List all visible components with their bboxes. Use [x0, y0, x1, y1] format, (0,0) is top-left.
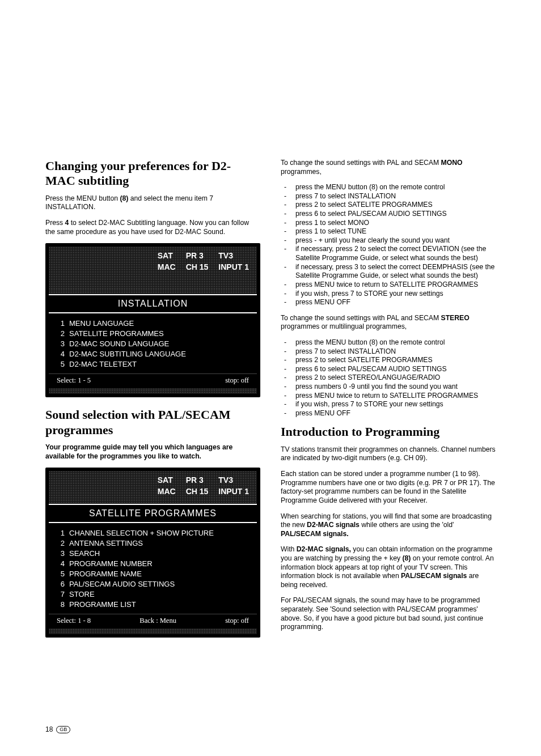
hdr-mac: MAC — [158, 262, 176, 271]
osd-satellite-programmes: SAT PR 3 TV3 MAC CH 15 INPUT 1 SATELLITE… — [45, 468, 260, 638]
osd-header-grid: SAT PR 3 TV3 MAC CH 15 INPUT 1 — [158, 251, 249, 271]
row-text: PROGRAMME LIST — [69, 600, 136, 609]
list-item: press 2 to select SATELITE PROGRAMMES — [281, 356, 496, 365]
text-bold: PAL/SECAM signals — [401, 572, 467, 580]
list-item: press MENU twice to return to SATELLITE … — [281, 281, 496, 290]
list-stereo-steps: press the MENU button (8) on the remote … — [281, 338, 496, 418]
osd-stipple-strip — [49, 388, 257, 394]
hdr-ch: CH 15 — [186, 487, 209, 496]
text-bold: (8) — [120, 194, 128, 202]
list-item: press 7 to select INSTALLATION — [281, 192, 496, 201]
osd-stipple-header: SAT PR 3 TV3 MAC CH 15 INPUT 1 — [49, 471, 257, 504]
hdr-sat: SAT — [158, 475, 176, 485]
hdr-tv3: TV3 — [218, 475, 249, 485]
list-item: if necessary, press 2 to select the corr… — [281, 245, 496, 262]
row-text: SEARCH — [69, 549, 100, 558]
osd-menu-row: 2SATELLITE PROGRAMMES — [57, 329, 249, 338]
row-text: ANTENNA SETTINGS — [69, 539, 143, 547]
text-seg: programmes, — [281, 168, 322, 176]
osd-stipple-header: SAT PR 3 TV3 MAC CH 15 INPUT 1 — [49, 247, 257, 288]
list-item: press 7 to select INSTALLATION — [281, 347, 496, 356]
row-text: D2-MAC SUBTITLING LANGUAGE — [69, 350, 186, 358]
list-item: press 6 to select PAL/SECAM AUDIO SETTIN… — [281, 365, 496, 374]
foot-left: Select: 1 - 8 — [57, 617, 91, 625]
hdr-tv3: TV3 — [218, 251, 249, 260]
row-num: 5 — [57, 570, 65, 578]
para-subtitling-1: Press the MENU button (8) and select the… — [45, 194, 260, 212]
osd-installation: SAT PR 3 TV3 MAC CH 15 INPUT 1 INSTALLAT… — [45, 243, 260, 397]
foot-mid: Back : Menu — [91, 617, 225, 625]
row-num: 7 — [57, 590, 65, 598]
osd-menu-row: 2ANTENNA SETTINGS — [57, 539, 249, 547]
row-num: 3 — [57, 549, 65, 558]
list-item: press 6 to select PAL/SECAM AUDIO SETTIN… — [281, 210, 496, 219]
para-subtitling-2: Press 4 to select D2-MAC Subtitling lang… — [45, 219, 260, 236]
row-num: 8 — [57, 600, 65, 609]
text-seg: while others are using the 'old' — [360, 521, 454, 529]
foot-mid — [91, 376, 225, 385]
osd-menu-row: 5PROGRAMME NAME — [57, 570, 249, 578]
list-item: if necessary, press 3 to select the corr… — [281, 263, 496, 281]
text-bold: STEREO — [441, 314, 470, 322]
osd-menu-row: 1CHANNEL SELECTION + SHOW PICTURE — [57, 529, 249, 537]
hdr-pr: PR 3 — [186, 475, 209, 485]
osd-header-grid: SAT PR 3 TV3 MAC CH 15 INPUT 1 — [158, 475, 249, 496]
foot-right: stop: off — [225, 617, 249, 625]
list-item: press MENU OFF — [281, 409, 496, 418]
para-programme-guide: Your programme guide may tell you which … — [45, 443, 260, 461]
osd-menu-row: 4D2-MAC SUBTITLING LANGUAGE — [57, 350, 249, 358]
foot-left: Select: 1 - 5 — [57, 376, 91, 385]
osd-foot: Select: 1 - 5 stop: off — [49, 373, 257, 388]
text-bold: D2-MAC signals — [307, 521, 360, 529]
heading-sound-selection: Sound selection with PAL/SECAM programme… — [45, 407, 260, 438]
text-seg: Press — [45, 219, 65, 227]
row-text: PROGRAMME NUMBER — [69, 559, 153, 568]
list-item: press the MENU button (8) on the remote … — [281, 338, 496, 347]
list-item: press 2 to select STEREO/LANGUAGE/RADIO — [281, 373, 496, 383]
row-num: 6 — [57, 580, 65, 588]
row-text: D2-MAC SOUND LANGUAGE — [69, 339, 169, 348]
heading-d2mac-subtitling: Changing your preferences for D2-MAC sub… — [45, 159, 260, 189]
osd-menu-row: 1MENU LANGUAGE — [57, 319, 249, 328]
list-item: press MENU twice to return to SATELLITE … — [281, 392, 496, 401]
text-seg: Press the MENU button — [45, 194, 120, 202]
row-num: 1 — [57, 319, 65, 328]
osd-menu-row: 7STORE — [57, 590, 249, 598]
para-mono-lead: To change the sound settings with PAL an… — [281, 159, 496, 176]
osd-menu-row: 5D2-MAC TELETEXT — [57, 360, 249, 368]
row-num: 4 — [57, 350, 65, 358]
gb-badge: GB — [56, 726, 70, 733]
row-num: 4 — [57, 559, 65, 568]
osd-menu-row: 3D2-MAC SOUND LANGUAGE — [57, 339, 249, 348]
osd-title-installation: INSTALLATION — [49, 294, 257, 313]
foot-right: stop: off — [225, 376, 249, 385]
text-seg: to select D2-MAC Subtitling language. No… — [45, 219, 249, 236]
osd-menu-row: 8PROGRAMME LIST — [57, 600, 249, 609]
list-item: press 1 to select TUNE — [281, 227, 496, 236]
hdr-mac: MAC — [158, 487, 176, 496]
row-num: 2 — [57, 329, 65, 338]
row-num: 3 — [57, 339, 65, 348]
osd-menu-body: 1CHANNEL SELECTION + SHOW PICTURE 2ANTEN… — [49, 523, 257, 614]
hdr-ch: CH 15 — [186, 262, 209, 271]
text-seg: With — [281, 545, 297, 553]
hdr-sat: SAT — [158, 251, 176, 260]
list-item: press 2 to select SATELITE PROGRAMMES — [281, 201, 496, 210]
list-item: press the MENU button (8) on the remote … — [281, 183, 496, 192]
osd-menu-body: 1MENU LANGUAGE 2SATELLITE PROGRAMMES 3D2… — [49, 313, 257, 373]
list-item: if you wish, press 7 to STORE your new s… — [281, 290, 496, 299]
row-text: PROGRAMME NAME — [69, 570, 142, 578]
para-intro-2: Each station can be stored under a progr… — [281, 470, 496, 505]
osd-menu-row: 4PROGRAMME NUMBER — [57, 559, 249, 568]
row-text: STORE — [69, 590, 95, 598]
para-intro-4: With D2-MAC signals, you can obtain info… — [281, 545, 496, 589]
para-stereo-lead: To change the sound settings with PAL an… — [281, 314, 496, 332]
hdr-input: INPUT 1 — [218, 262, 249, 271]
text-seg: To change the sound settings with PAL an… — [281, 159, 441, 167]
row-text: CHANNEL SELECTION + SHOW PICTURE — [69, 529, 214, 537]
osd-foot: Select: 1 - 8 Back : Menu stop: off — [49, 614, 257, 628]
list-item: press MENU OFF — [281, 298, 496, 307]
row-text: D2-MAC TELETEXT — [69, 360, 137, 368]
text-bold: (8) — [402, 554, 411, 562]
list-item: press - + until you hear clearly the sou… — [281, 236, 496, 245]
